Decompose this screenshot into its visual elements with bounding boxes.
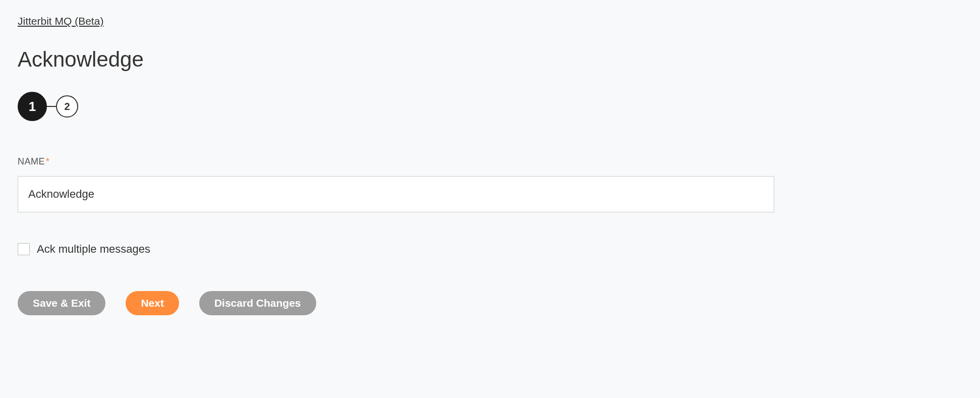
name-input[interactable] (18, 176, 774, 212)
discard-changes-button[interactable]: Discard Changes (199, 291, 316, 315)
ack-multiple-checkbox[interactable] (18, 243, 30, 255)
name-label-text: NAME (18, 156, 45, 166)
step-2[interactable]: 2 (56, 95, 78, 118)
required-asterisk: * (46, 156, 50, 166)
page-title: Acknowledge (18, 47, 962, 72)
step-connector (47, 106, 56, 107)
next-button[interactable]: Next (126, 291, 179, 315)
stepper: 1 2 (18, 92, 962, 121)
ack-multiple-row: Ack multiple messages (18, 243, 962, 256)
button-row: Save & Exit Next Discard Changes (18, 291, 962, 315)
step-1[interactable]: 1 (18, 92, 47, 121)
ack-multiple-label[interactable]: Ack multiple messages (37, 243, 150, 256)
save-exit-button[interactable]: Save & Exit (18, 291, 105, 315)
breadcrumb-link[interactable]: Jitterbit MQ (Beta) (18, 15, 103, 27)
name-label: NAME* (18, 156, 962, 167)
